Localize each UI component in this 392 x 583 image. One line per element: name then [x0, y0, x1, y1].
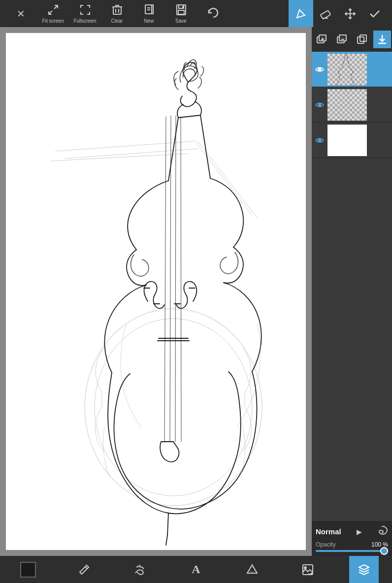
layer-item[interactable] — [312, 87, 392, 123]
duplicate-layer-button[interactable] — [353, 31, 371, 48]
new-icon — [144, 4, 155, 17]
move-button[interactable] — [338, 0, 362, 27]
blend-arrow-icon: ▶ — [357, 528, 362, 536]
svg-line-18 — [193, 139, 252, 215]
layer-item[interactable] — [312, 52, 392, 87]
svg-rect-37 — [358, 37, 364, 43]
save-button[interactable]: Save — [165, 0, 197, 27]
fit-screen-label: Fit screen — [42, 18, 64, 24]
close-icon: ✕ — [17, 9, 25, 19]
fullscreen-icon — [79, 4, 91, 17]
svg-point-47 — [250, 567, 255, 572]
blend-area: Normal ▶ Opacity 100 % — [312, 521, 392, 556]
layer-item[interactable] — [312, 123, 392, 158]
svg-line-15 — [55, 141, 193, 151]
svg-line-29 — [181, 117, 181, 442]
canvas-area[interactable] — [0, 27, 312, 556]
svg-point-21 — [95, 319, 252, 496]
bottom-toolbar: A — [0, 556, 392, 583]
smudge-button[interactable] — [125, 556, 155, 583]
blend-paint-icon[interactable] — [377, 525, 388, 538]
svg-point-43 — [318, 139, 321, 142]
eyedropper-button[interactable] — [69, 556, 99, 583]
svg-line-10 — [299, 10, 302, 13]
undo-icon — [207, 7, 219, 20]
opacity-label: Opacity — [316, 541, 336, 548]
pen-tool-button[interactable] — [289, 0, 313, 27]
svg-line-16 — [65, 149, 198, 159]
svg-point-42 — [318, 103, 321, 106]
opacity-slider-fill — [316, 550, 388, 552]
layer-thumbnail — [327, 89, 367, 121]
color-swatch-button[interactable] — [13, 556, 43, 583]
fit-screen-button[interactable]: Fit screen — [37, 0, 69, 27]
svg-line-44 — [85, 567, 87, 569]
svg-line-22 — [167, 513, 168, 535]
svg-marker-46 — [247, 565, 257, 573]
fullscreen-button[interactable]: Fullscreen — [69, 0, 101, 27]
svg-line-19 — [198, 141, 257, 218]
main-area: Normal ▶ Opacity 100 % — [0, 27, 392, 556]
add-layer-button[interactable] — [313, 31, 330, 48]
text-icon: A — [192, 563, 200, 576]
svg-rect-38 — [360, 35, 366, 41]
drawing-canvas[interactable] — [6, 33, 306, 550]
svg-line-23 — [166, 535, 167, 545]
sketch-drawing — [6, 33, 306, 550]
layer-thumbnail — [327, 125, 367, 156]
svg-point-41 — [318, 68, 321, 71]
remove-layer-button[interactable] — [333, 31, 351, 48]
svg-line-26 — [164, 117, 166, 442]
layer-visibility-toggle[interactable] — [314, 99, 326, 111]
layer-top-bar — [312, 27, 392, 52]
new-label: New — [144, 18, 154, 24]
fit-screen-icon — [47, 4, 59, 17]
left-tools: ✕ Fit screen Ful — [5, 0, 229, 27]
layer-visibility-toggle[interactable] — [314, 64, 326, 75]
svg-rect-35 — [339, 35, 346, 41]
top-toolbar: ✕ Fit screen Ful — [0, 0, 392, 27]
import-button[interactable] — [293, 556, 323, 583]
svg-rect-0 — [113, 7, 121, 14]
opacity-slider-thumb[interactable] — [380, 547, 388, 555]
svg-rect-8 — [178, 10, 184, 14]
save-label: Save — [175, 18, 187, 24]
svg-line-27 — [170, 116, 171, 442]
svg-line-28 — [175, 116, 176, 442]
layers-list — [312, 52, 392, 521]
right-tools — [289, 0, 387, 27]
clear-label: Clear — [111, 18, 123, 24]
eraser-button[interactable] — [313, 0, 338, 27]
fullscreen-label: Fullscreen — [73, 18, 96, 24]
color-swatch — [20, 562, 36, 578]
layers-button[interactable] — [349, 556, 379, 583]
blend-mode-label: Normal — [316, 527, 341, 536]
layer-thumbnail — [327, 54, 367, 85]
download-button[interactable] — [373, 31, 391, 48]
confirm-button[interactable] — [362, 0, 387, 27]
right-panel: Normal ▶ Opacity 100 % — [312, 27, 392, 556]
clear-button[interactable]: Clear — [101, 0, 133, 27]
undo-button[interactable] — [197, 0, 229, 27]
opacity-row: Opacity 100 % — [316, 541, 388, 548]
layer-visibility-toggle[interactable] — [314, 134, 326, 146]
new-button[interactable]: New — [133, 0, 165, 27]
close-button[interactable]: ✕ — [5, 0, 37, 27]
text-button[interactable]: A — [181, 556, 211, 583]
shape-button[interactable] — [237, 556, 267, 583]
save-icon — [176, 4, 187, 17]
blend-mode-row: Normal ▶ — [316, 525, 388, 538]
opacity-slider[interactable] — [316, 550, 388, 552]
svg-point-49 — [304, 567, 306, 569]
trash-icon — [112, 4, 123, 17]
